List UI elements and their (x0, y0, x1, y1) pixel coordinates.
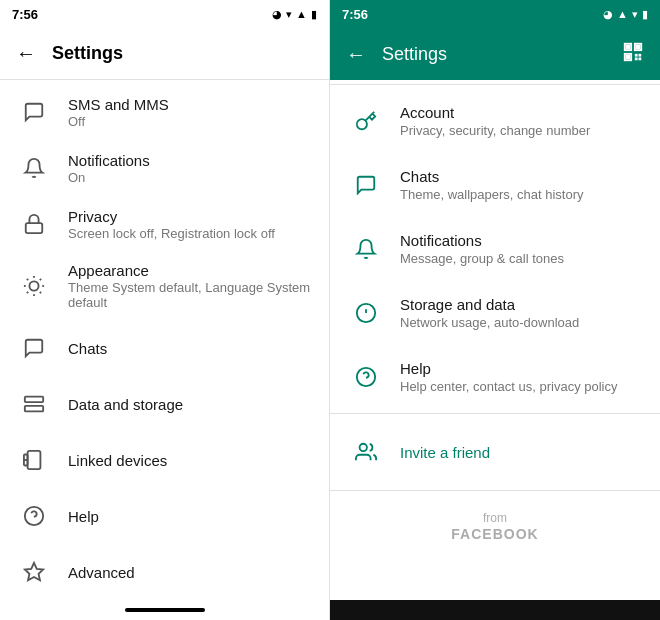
help-circle-icon (16, 498, 52, 534)
right-notifications-title: Notifications (400, 232, 564, 249)
left-bottom-bar (0, 600, 329, 620)
right-item-account[interactable]: Account Privacy, security, change number (330, 89, 660, 153)
invite-icon (346, 432, 386, 472)
svg-line-5 (40, 292, 41, 293)
middle-divider (330, 413, 660, 414)
right-storage-icon (346, 293, 386, 333)
key-icon (346, 101, 386, 141)
svg-line-9 (40, 279, 41, 280)
left-header: ← Settings (0, 28, 329, 80)
right-item-help[interactable]: Help Help center, contact us, privacy po… (330, 345, 660, 409)
signal-icon: ▲ (296, 8, 307, 20)
top-divider (330, 84, 660, 85)
right-help-icon (346, 357, 386, 397)
settings-item-data-storage[interactable]: Data and storage (0, 376, 329, 432)
brightness-icon: ◕ (272, 8, 282, 21)
svg-rect-0 (26, 223, 43, 233)
linked-devices-text: Linked devices (68, 452, 313, 469)
settings-item-linked-devices[interactable]: Linked devices (0, 432, 329, 488)
settings-item-sms[interactable]: SMS and MMS Off (0, 84, 329, 140)
sms-subtitle: Off (68, 114, 313, 129)
sms-text: SMS and MMS Off (68, 96, 313, 129)
notifications-title: Notifications (68, 152, 313, 169)
right-item-storage[interactable]: Storage and data Network usage, auto-dow… (330, 281, 660, 345)
chats-title: Chats (68, 340, 313, 357)
right-chats-subtitle: Theme, wallpapers, chat history (400, 187, 584, 202)
privacy-title: Privacy (68, 208, 313, 225)
left-home-indicator (125, 608, 205, 612)
svg-rect-11 (25, 406, 43, 412)
settings-item-appearance[interactable]: Appearance Theme System default, Languag… (0, 252, 329, 320)
right-battery-icon: ▮ (642, 8, 648, 21)
privacy-subtitle: Screen lock off, Registration lock off (68, 226, 313, 241)
right-notifications-text: Notifications Message, group & call tone… (400, 232, 564, 266)
right-chats-title: Chats (400, 168, 584, 185)
bell-icon (16, 150, 52, 186)
svg-rect-10 (25, 397, 43, 403)
right-notifications-subtitle: Message, group & call tones (400, 251, 564, 266)
data-storage-title: Data and storage (68, 396, 313, 413)
right-help-subtitle: Help center, contact us, privacy policy (400, 379, 618, 394)
right-chats-text: Chats Theme, wallpapers, chat history (400, 168, 584, 202)
left-page-title: Settings (52, 43, 123, 64)
right-help-text: Help Help center, contact us, privacy po… (400, 360, 618, 394)
svg-rect-27 (639, 53, 642, 56)
account-title: Account (400, 104, 590, 121)
svg-marker-17 (25, 563, 43, 580)
wifi-icon: ▾ (286, 8, 292, 21)
settings-item-help[interactable]: Help (0, 488, 329, 544)
left-time: 7:56 (12, 7, 38, 22)
footer-brand: FACEBOOK (451, 526, 538, 542)
appearance-subtitle: Theme System default, Language System de… (68, 280, 313, 310)
sun-icon (16, 268, 52, 304)
right-chat-icon (346, 165, 386, 205)
svg-rect-12 (28, 451, 41, 469)
svg-line-8 (27, 292, 28, 293)
qr-code-icon[interactable] (622, 41, 644, 68)
storage-icon (16, 386, 52, 422)
invite-title: Invite a friend (400, 444, 490, 461)
right-settings-list: Account Privacy, security, change number… (330, 80, 660, 600)
left-back-button[interactable]: ← (16, 42, 36, 65)
right-wifi-icon: ▾ (632, 8, 638, 21)
svg-rect-23 (637, 45, 640, 48)
left-status-icons: ◕ ▾ ▲ ▮ (272, 8, 317, 21)
settings-item-advanced[interactable]: Advanced (0, 544, 329, 600)
svg-rect-28 (635, 57, 638, 60)
notifications-text: Notifications On (68, 152, 313, 185)
right-storage-subtitle: Network usage, auto-download (400, 315, 579, 330)
right-header: ← Settings (330, 28, 660, 80)
settings-item-chats[interactable]: Chats (0, 320, 329, 376)
footer-from: from (346, 511, 644, 525)
notifications-subtitle: On (68, 170, 313, 185)
right-bottom-bar (330, 600, 660, 620)
linked-devices-title: Linked devices (68, 452, 313, 469)
right-item-notifications[interactable]: Notifications Message, group & call tone… (330, 217, 660, 281)
data-storage-text: Data and storage (68, 396, 313, 413)
left-panel: 7:56 ◕ ▾ ▲ ▮ ← Settings SMS and MMS Off (0, 0, 330, 620)
right-time: 7:56 (342, 7, 368, 22)
right-back-button[interactable]: ← (346, 43, 366, 66)
svg-point-1 (29, 281, 38, 290)
svg-point-35 (360, 444, 367, 451)
help-title: Help (68, 508, 313, 525)
right-status-bar: 7:56 ◕ ▲ ▾ ▮ (330, 0, 660, 28)
svg-rect-24 (627, 55, 630, 58)
right-help-title: Help (400, 360, 618, 377)
advanced-text: Advanced (68, 564, 313, 581)
chats-text: Chats (68, 340, 313, 357)
advanced-icon (16, 554, 52, 590)
account-subtitle: Privacy, security, change number (400, 123, 590, 138)
lock-icon (16, 206, 52, 242)
right-signal-icon: ▲ (617, 8, 628, 20)
right-storage-title: Storage and data (400, 296, 579, 313)
right-item-chats[interactable]: Chats Theme, wallpapers, chat history (330, 153, 660, 217)
account-text: Account Privacy, security, change number (400, 104, 590, 138)
battery-icon: ▮ (311, 8, 317, 21)
chat-icon (16, 330, 52, 366)
settings-item-privacy[interactable]: Privacy Screen lock off, Registration lo… (0, 196, 329, 252)
sms-title: SMS and MMS (68, 96, 313, 113)
invite-item[interactable]: Invite a friend (330, 418, 660, 486)
facebook-footer: from FACEBOOK (330, 495, 660, 559)
settings-item-notifications[interactable]: Notifications On (0, 140, 329, 196)
